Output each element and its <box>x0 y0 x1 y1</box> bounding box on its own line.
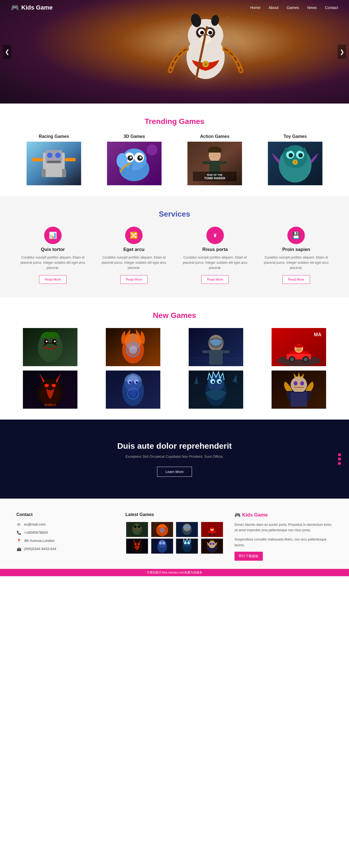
footer-brand: 🎮 Kids Game Donec lobortis diam eu aucto… <box>234 512 332 561</box>
service-card-1: 🔀 Eget arcu Curabitur suscipit porttitor… <box>97 227 171 284</box>
download-button[interactable]: 即行下载版版 <box>234 552 263 561</box>
service-card-2: ¥ Risus porta Curabitur suscipit porttit… <box>179 227 252 284</box>
cta-dot-1 <box>338 453 341 456</box>
svg-point-125 <box>138 525 140 528</box>
new-game-5[interactable] <box>94 371 172 409</box>
fax-icon: 📠 <box>17 547 21 551</box>
service-card-0: 📊 Quis tortor Curabitur suscipit porttit… <box>17 227 89 284</box>
contact-fax-text: (005)0344-9433-644 <box>24 547 56 551</box>
footer-thumb-0[interactable] <box>125 522 149 537</box>
service-desc-0: Curabitur suscipit porttitor aliquam. Et… <box>17 255 89 271</box>
nav-games[interactable]: Games <box>287 5 299 10</box>
svg-point-37 <box>140 156 142 159</box>
svg-point-135 <box>213 533 215 536</box>
footer-thumb-3[interactable] <box>200 522 224 537</box>
services-section: Services 📊 Quis tortor Curabitur suscipi… <box>0 196 349 298</box>
nav-home[interactable]: Home <box>250 5 260 10</box>
svg-rect-120 <box>291 392 307 407</box>
contact-phone: 📞 +18045678834 <box>17 530 115 535</box>
service-desc-3: Curabitur suscipit porttitor aliquam. Et… <box>260 255 333 271</box>
footer-thumb-6[interactable] <box>175 538 199 554</box>
service-icon-1: 🔀 <box>125 227 143 244</box>
trending-title: Trending Games <box>17 117 332 126</box>
svg-rect-28 <box>62 169 66 177</box>
svg-rect-75 <box>223 350 230 353</box>
new-game-0[interactable] <box>11 328 89 366</box>
svg-point-8 <box>208 31 212 35</box>
new-game-7[interactable] <box>260 371 338 409</box>
service-title-1: Eget arcu <box>123 247 145 252</box>
read-more-button-2[interactable]: Read More <box>201 275 229 284</box>
svg-rect-73 <box>209 350 223 365</box>
footer-latest-heading: Latest Games <box>125 512 224 517</box>
footer-latest: Latest Games <box>125 512 224 561</box>
footer-thumb-5[interactable] <box>150 538 174 554</box>
contact-email-text: ex@mail.com <box>24 522 46 526</box>
watermark: 可爱的图片/bbs.vieniao.com免费为您服务 <box>0 569 349 576</box>
hero-prev-button[interactable]: ❮ <box>3 45 11 59</box>
service-title-2: Risus porta <box>202 247 228 252</box>
svg-text:DIABLO: DIABLO <box>45 403 56 406</box>
read-more-button-3[interactable]: Read More <box>283 275 310 284</box>
nav-links: Home About Games News Contact <box>250 5 338 10</box>
gamepad-icon: 🎮 <box>11 4 19 11</box>
cta-dots <box>338 453 341 465</box>
cta-section: Duis aute dolor reprehenderit Excepteur … <box>0 420 349 499</box>
new-game-6[interactable] <box>177 371 255 409</box>
action-image: RISE OF THE TOMB RAIDER <box>177 142 252 185</box>
hero-character: ☯ <box>154 0 257 103</box>
new-game-4[interactable]: DIABLO <box>11 371 89 409</box>
svg-rect-16 <box>181 22 183 24</box>
navbar: 🎮 Kids Game Home About Games News Contac… <box>0 0 349 15</box>
footer-thumb-7[interactable] <box>200 538 224 554</box>
new-game-1[interactable] <box>94 328 172 366</box>
site-logo[interactable]: 🎮 Kids Game <box>11 4 53 11</box>
svg-point-88 <box>296 348 301 351</box>
service-icon-2: ¥ <box>206 227 224 244</box>
svg-point-145 <box>159 542 162 545</box>
svg-point-53 <box>289 153 293 157</box>
svg-point-64 <box>46 341 48 342</box>
read-more-button-0[interactable]: Read More <box>39 275 66 284</box>
location-icon: 📍 <box>17 538 21 543</box>
footer-thumb-1[interactable] <box>150 522 174 537</box>
footer: Contact ✉ ex@mail.com 📞 +18045678834 📍 4… <box>0 499 349 569</box>
racing-label: Racing Games <box>17 134 91 139</box>
nav-news[interactable]: News <box>307 5 317 10</box>
new-game-3[interactable]: MA <box>260 328 338 366</box>
svg-point-124 <box>134 525 137 528</box>
cta-dot-3 <box>338 462 341 465</box>
svg-point-157 <box>212 543 214 545</box>
read-more-button-1[interactable]: Read More <box>120 275 148 284</box>
svg-point-128 <box>159 527 165 533</box>
watermark-text: 可爱的图片/bbs.vieniao.com免费为您服务 <box>147 571 202 574</box>
nav-about[interactable]: About <box>268 5 279 10</box>
3d-label: 3D Games <box>97 134 172 139</box>
svg-point-83 <box>290 358 294 361</box>
svg-rect-43 <box>203 161 209 164</box>
footer-brand-desc2: Suspendisse convallis malesuada libero, … <box>234 537 332 548</box>
svg-point-85 <box>304 358 308 361</box>
phone-icon: 📞 <box>17 530 21 535</box>
svg-rect-17 <box>227 16 229 18</box>
hero-next-button[interactable]: ❯ <box>338 45 346 59</box>
footer-thumb-2[interactable] <box>175 522 199 537</box>
svg-point-101 <box>129 381 132 383</box>
learn-more-button[interactable]: Learn More <box>157 467 192 477</box>
nav-contact[interactable]: Contact <box>325 5 338 10</box>
svg-text:TOMB RAIDER: TOMB RAIDER <box>204 177 225 180</box>
svg-text:✦: ✦ <box>294 161 296 164</box>
footer-contact-heading: Contact <box>17 512 115 517</box>
new-game-2[interactable] <box>177 328 255 366</box>
svg-point-134 <box>208 533 211 536</box>
cta-title: Duis aute dolor reprehenderit <box>11 441 338 451</box>
footer-thumb-4[interactable] <box>125 538 149 554</box>
service-icon-3: 💾 <box>287 227 305 244</box>
cta-subtitle: Excepteur Sint Occaecat Cupidatat Non Pr… <box>11 455 338 459</box>
hero-section: ❮ <box>0 0 349 103</box>
svg-point-36 <box>130 156 132 159</box>
footer-brand-name: Kids Game <box>242 512 268 518</box>
trending-card-racing: Racing Games <box>17 134 91 185</box>
contact-address: 📍 4th Avenue,London <box>17 538 115 543</box>
svg-point-22 <box>47 153 53 158</box>
